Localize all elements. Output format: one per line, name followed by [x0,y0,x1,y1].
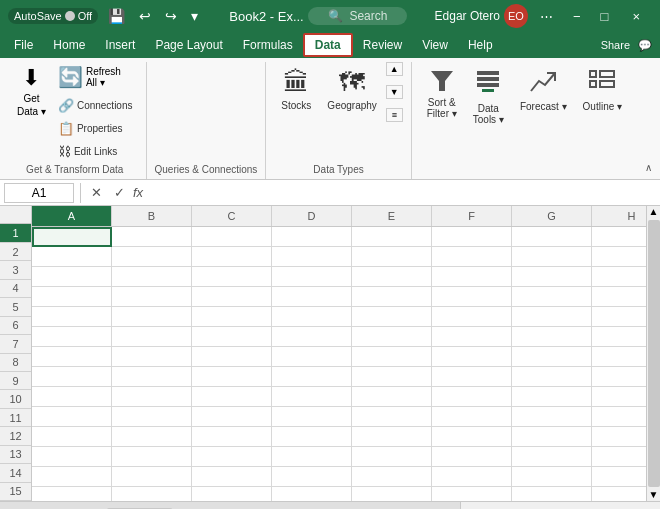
redo-button[interactable]: ↪ [161,6,181,26]
restore-button[interactable]: □ [593,5,617,28]
search-box[interactable]: 🔍 Search [308,7,408,25]
col-header-B[interactable]: B [112,206,192,226]
cell-D13[interactable] [272,467,352,487]
cell-G4[interactable] [512,287,592,307]
cell-D5[interactable] [272,307,352,327]
menu-page-layout[interactable]: Page Layout [145,35,232,55]
cell-C11[interactable] [192,427,272,447]
formula-input[interactable] [147,183,656,203]
row-header-9[interactable]: 9 [0,372,31,390]
cell-H10[interactable] [592,407,646,427]
row-header-1[interactable]: 1 [0,224,31,242]
cell-G11[interactable] [512,427,592,447]
cell-G1[interactable] [512,227,592,247]
cell-G6[interactable] [512,327,592,347]
cell-B14[interactable] [112,487,192,501]
cell-B13[interactable] [112,467,192,487]
row-header-11[interactable]: 11 [0,409,31,427]
cell-E14[interactable] [352,487,432,501]
cell-A10[interactable] [32,407,112,427]
cell-C1[interactable] [192,227,272,247]
menu-data[interactable]: Data [303,33,353,57]
cell-D6[interactable] [272,327,352,347]
cell-B9[interactable] [112,387,192,407]
cell-B7[interactable] [112,347,192,367]
col-header-G[interactable]: G [512,206,592,226]
cell-A3[interactable] [32,267,112,287]
cell-F8[interactable] [432,367,512,387]
cell-C2[interactable] [192,247,272,267]
save-button[interactable]: 💾 [104,6,129,26]
cell-H14[interactable] [592,487,646,501]
cell-F14[interactable] [432,487,512,501]
cell-A13[interactable] [32,467,112,487]
horizontal-scrollbar[interactable]: ◀ ▶ [460,502,660,509]
row-header-12[interactable]: 12 [0,427,31,445]
cell-B8[interactable] [112,367,192,387]
cell-H9[interactable] [592,387,646,407]
cell-D4[interactable] [272,287,352,307]
col-header-D[interactable]: D [272,206,352,226]
cell-F10[interactable] [432,407,512,427]
cell-E4[interactable] [352,287,432,307]
cell-H13[interactable] [592,467,646,487]
ribbon-display-button[interactable]: ⋯ [532,5,561,28]
menu-insert[interactable]: Insert [95,35,145,55]
col-header-E[interactable]: E [352,206,432,226]
row-header-3[interactable]: 3 [0,261,31,279]
cell-H5[interactable] [592,307,646,327]
cell-E3[interactable] [352,267,432,287]
share-button[interactable]: Share [597,37,634,53]
comments-button[interactable]: 💬 [634,37,656,54]
cell-C3[interactable] [192,267,272,287]
cell-F9[interactable] [432,387,512,407]
geography-button[interactable]: 🗺 Geography [320,62,383,116]
row-header-8[interactable]: 8 [0,354,31,372]
cell-F6[interactable] [432,327,512,347]
menu-help[interactable]: Help [458,35,503,55]
cell-A14[interactable] [32,487,112,501]
cell-F5[interactable] [432,307,512,327]
cell-E12[interactable] [352,447,432,467]
cell-C7[interactable] [192,347,272,367]
cell-A1[interactable] [32,227,112,247]
cell-H8[interactable] [592,367,646,387]
vertical-scrollbar[interactable]: ▲ ▼ [646,206,660,501]
cell-G13[interactable] [512,467,592,487]
cell-A11[interactable] [32,427,112,447]
menu-formulas[interactable]: Formulas [233,35,303,55]
row-header-7[interactable]: 7 [0,335,31,353]
cell-H4[interactable] [592,287,646,307]
cell-D10[interactable] [272,407,352,427]
cell-D2[interactable] [272,247,352,267]
col-header-F[interactable]: F [432,206,512,226]
cell-G9[interactable] [512,387,592,407]
cell-C13[interactable] [192,467,272,487]
cell-G10[interactable] [512,407,592,427]
cell-D3[interactable] [272,267,352,287]
cell-A5[interactable] [32,307,112,327]
minimize-button[interactable]: − [565,5,589,28]
data-types-more-down[interactable]: ▼ [386,85,403,99]
cell-F7[interactable] [432,347,512,367]
data-types-more-menu[interactable]: ≡ [386,108,403,122]
cell-G12[interactable] [512,447,592,467]
v-scroll-up[interactable]: ▲ [648,206,660,218]
cell-F13[interactable] [432,467,512,487]
cell-C8[interactable] [192,367,272,387]
cell-H1[interactable] [592,227,646,247]
data-types-more-up[interactable]: ▲ [386,62,403,76]
cell-E10[interactable] [352,407,432,427]
cell-G14[interactable] [512,487,592,501]
stocks-button[interactable]: 🏛 Stocks [274,62,318,116]
cell-C6[interactable] [192,327,272,347]
close-button[interactable]: × [620,5,652,28]
cell-C9[interactable] [192,387,272,407]
cell-H2[interactable] [592,247,646,267]
sort-filter-button[interactable]: Sort &Filter ▾ [420,62,464,124]
cell-B1[interactable] [112,227,192,247]
forecast-button[interactable]: Forecast ▾ [513,62,574,117]
data-tools-button[interactable]: DataTools ▾ [466,62,511,130]
cell-G3[interactable] [512,267,592,287]
cell-D11[interactable] [272,427,352,447]
